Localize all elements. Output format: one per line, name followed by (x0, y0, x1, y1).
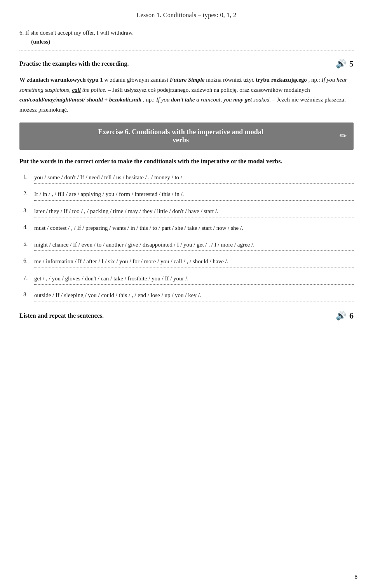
audio-number-6: 6 (349, 311, 354, 321)
item-2-text: If / in / , / fill / are / applying / yo… (34, 190, 184, 199)
item-7-answer-line[interactable] (34, 283, 354, 285)
item-4-answer-line[interactable] (34, 233, 354, 234)
practise-text: Practise the examples with the recording… (19, 60, 129, 67)
body-text-italic-bold: Future Simple (170, 77, 205, 83)
item-3-text: later / they / If / too / , / packing / … (34, 207, 218, 216)
exercise-item-3: 3. later / they / If / too / , / packing… (23, 207, 354, 217)
body-paragraph: W zdaniach warunkowych typu 1 w zdaniu g… (19, 75, 354, 115)
exercise-item-5: 5. might / chance / If / even / to / ano… (23, 240, 354, 251)
exercise-item-2: 2. If / in / , / fill / are / applying /… (23, 190, 354, 200)
item-8-text: outside / If / sleeping / you / could / … (34, 291, 201, 300)
exercise-item-3-row: 3. later / they / If / too / , / packing… (23, 207, 354, 216)
item-8-num: 8. (23, 291, 34, 298)
exercise-items-list: 1. you / some / don't / If / need / tell… (23, 173, 354, 301)
audio-icon-6: 🔊 (336, 311, 346, 321)
body-text-bold-3: can/could/may/might/must/ should + bezok… (19, 96, 141, 103)
page-title: Lesson 1. Conditionals – types: 0, 1, 2 (19, 12, 354, 19)
dots-separator-1 (19, 51, 354, 51)
exercise-item-8-row: 8. outside / If / sleeping / you / could… (23, 291, 354, 300)
exercise-item-7: 7. get / , / you / gloves / don't / can … (23, 274, 354, 285)
item-8-answer-line[interactable] (34, 300, 354, 301)
audio-badge-6[interactable]: 🔊 6 (336, 311, 354, 321)
practise-row: Practise the examples with the recording… (19, 59, 354, 69)
item-6-answer-line[interactable] (34, 266, 354, 268)
item-4-num: 4. (23, 224, 34, 231)
body-text-normal-4: oraz czasowników modalnych (239, 87, 310, 93)
item-4-text: must / contest / , / If / preparing / wa… (34, 224, 243, 233)
item-1-text: you / some / don't / If / need / tell / … (34, 173, 182, 182)
body-text-normal-2: można również użyć (206, 77, 256, 83)
item-1-num: 1. (23, 173, 34, 180)
exercise-6-header: Exercise 6. Conditionals with the impera… (19, 122, 354, 150)
body-text-normal-3: , np.: (309, 77, 322, 83)
exercise-item-4-row: 4. must / contest / , / If / preparing /… (23, 224, 354, 233)
item-6-text: me / information / If / after / I / six … (34, 257, 228, 266)
item-2-answer-line[interactable] (34, 199, 354, 201)
exercise-item-1: 1. you / some / don't / If / need / tell… (23, 173, 354, 184)
body-translation-1: – Jeśli usłyszysz coś podejrzanego, zadz… (108, 87, 238, 93)
item-5-text: might / chance / If / even / to / anothe… (34, 240, 254, 249)
listen-row: Listen and repeat the sentences. 🔊 6 (19, 311, 354, 321)
exercise-item-8: 8. outside / If / sleeping / you / could… (23, 291, 354, 301)
body-text-normal-5: , np.: (143, 96, 156, 103)
item-1-answer-line[interactable] (34, 182, 354, 184)
item-3-answer-line[interactable] (34, 216, 354, 217)
body-text-bold-1: W zdaniach warunkowych typu 1 (19, 77, 103, 83)
listen-text: Listen and repeat the sentences. (19, 312, 104, 319)
item-7-text: get / , / you / gloves / don't / can / t… (34, 274, 188, 283)
item-3-num: 3. (23, 207, 34, 214)
opening-sentence: 6. If she doesn't accept my offer, I wil… (19, 30, 354, 36)
exercise-item-6: 6. me / information / If / after / I / s… (23, 257, 354, 268)
unless-label: (unless) (31, 38, 354, 45)
body-example-2: If you don't take a raincoat, you may ge… (156, 96, 271, 103)
exercise-6-title-line2: verbs (173, 136, 189, 144)
item-6-num: 6. (23, 257, 34, 264)
exercise-item-2-row: 2. If / in / , / fill / are / applying /… (23, 190, 354, 199)
exercise-6-title-line1: Exercise 6. Conditionals with the impera… (98, 128, 263, 136)
item-2-num: 2. (23, 190, 34, 197)
exercise-item-5-row: 5. might / chance / If / even / to / ano… (23, 240, 354, 249)
item-7-num: 7. (23, 274, 34, 281)
exercise-6-title: Exercise 6. Conditionals with the impera… (26, 128, 335, 144)
audio-number-5: 5 (349, 59, 354, 69)
body-text-normal-1: w zdaniu głównym zamiast (105, 77, 170, 83)
exercise-item-1-row: 1. you / some / don't / If / need / tell… (23, 173, 354, 182)
audio-icon-5: 🔊 (336, 59, 346, 69)
exercise-instruction: Put the words in the correct order to ma… (19, 157, 354, 166)
exercise-item-7-row: 7. get / , / you / gloves / don't / can … (23, 274, 354, 283)
exercise-item-6-row: 6. me / information / If / after / I / s… (23, 257, 354, 266)
item-5-answer-line[interactable] (34, 249, 354, 251)
item-5-num: 5. (23, 240, 34, 247)
page-number: 8 (355, 574, 358, 580)
exercise-item-4: 4. must / contest / , / If / preparing /… (23, 224, 354, 234)
pencil-icon: ✏ (340, 131, 347, 141)
audio-badge-5[interactable]: 🔊 5 (336, 59, 354, 69)
body-text-bold-2: trybu rozkazującego (256, 77, 307, 83)
